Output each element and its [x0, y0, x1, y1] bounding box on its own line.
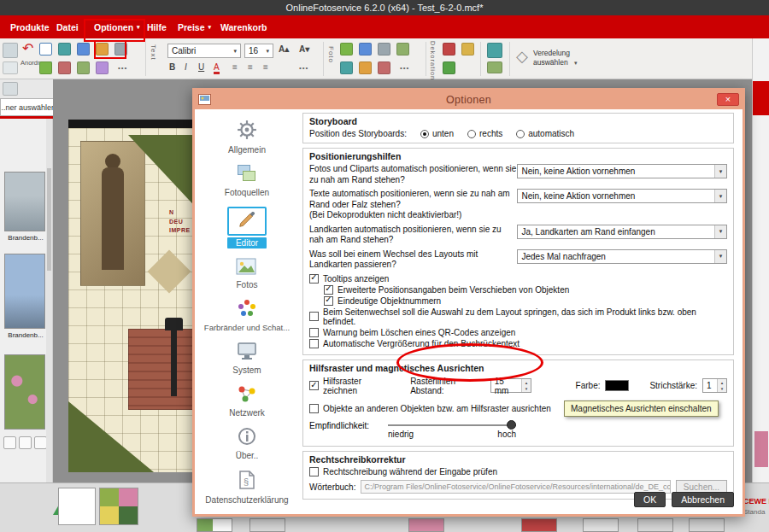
map-icon[interactable] [487, 61, 502, 73]
photo-border-icon[interactable] [378, 61, 390, 74]
distribute-icon[interactable] [77, 43, 90, 56]
texte-positionieren-select[interactable]: Nein, keine Aktion vornehmen▾ [517, 189, 727, 203]
font-decrease-icon[interactable]: A▾ [299, 44, 309, 54]
storyboard-page-thumbnail[interactable] [521, 518, 557, 532]
font-increase-icon[interactable]: A▴ [279, 44, 289, 54]
photo-rotate-icon[interactable] [359, 61, 372, 74]
panel-tool-icon[interactable] [34, 436, 47, 449]
strichstaerke-spinner[interactable]: 1 ▴▾ [702, 378, 727, 393]
sidebar-item-fotoquellen[interactable]: Fotoquellen [225, 164, 269, 197]
crop-icon[interactable] [340, 61, 353, 74]
layout-grid-icon[interactable] [39, 43, 52, 56]
sidebar-item-farbraender[interactable]: Farbränder und Schat... [204, 299, 290, 332]
designer-select-button[interactable]: ...ner auswählen [0, 98, 55, 116]
sidebar-item-fotos[interactable]: Fotos [236, 258, 257, 289]
storyboard-page-thumbnail[interactable] [197, 518, 232, 532]
more-text-options-icon[interactable]: ••• [299, 64, 308, 72]
sidebar-item-datenschutz[interactable]: § Datenschutzerklärung [205, 470, 288, 505]
bold-icon[interactable]: B [169, 62, 175, 72]
checkbox-tooltips[interactable]: ✓Tooltips anzeigen [309, 274, 727, 284]
rotate-icon[interactable] [96, 43, 109, 56]
font-family-select[interactable]: Calibri▾ [167, 44, 241, 58]
menu-optionen[interactable]: Optionen▾ [94, 15, 140, 38]
page-title-text[interactable]: N DEU IMPRE [169, 208, 191, 236]
copy-icon[interactable] [3, 61, 18, 74]
checkbox-objektnummern[interactable]: ✓Eindeutige Objektnummern [324, 296, 727, 306]
dialog-titlebar[interactable]: Optionen × [195, 91, 743, 109]
checkbox-hilfsraster[interactable]: ✓Hilfsraster zeichnen [309, 377, 391, 395]
storyboard-page-thumbnail[interactable] [99, 488, 138, 525]
align-right-icon[interactable]: ≡ [263, 62, 268, 72]
checkbox-seitenwechsel[interactable]: Beim Seitenwechsel soll die Auswahl zu d… [309, 307, 727, 326]
radio-automatisch[interactable]: automatisch [516, 129, 574, 138]
pages-panel-icon[interactable] [3, 82, 18, 96]
font-size-select[interactable]: 16▾ [244, 44, 273, 58]
checkbox-rechtschreibung[interactable]: Rechtschreibung während der Eingabe prüf… [309, 467, 727, 476]
menu-preise[interactable]: Preise▾ [178, 15, 211, 38]
slider-handle[interactable] [507, 420, 516, 430]
mirror-icon[interactable] [96, 61, 109, 74]
close-icon[interactable]: × [717, 93, 739, 106]
radio-unten[interactable]: unten [420, 129, 454, 138]
sensitivity-slider[interactable]: niedrig hoch [388, 418, 516, 441]
panel-tool-icon[interactable] [3, 436, 16, 449]
font-color-icon[interactable]: A [214, 62, 220, 74]
calendar-icon[interactable] [487, 43, 502, 58]
scrollbar[interactable] [46, 119, 52, 482]
photo-fill-icon[interactable] [396, 43, 409, 56]
photo-thumbnail[interactable] [4, 354, 45, 430]
align-objects-icon[interactable] [58, 43, 71, 56]
sidebar-item-system[interactable]: System [232, 342, 261, 375]
storyboard-page-thumbnail[interactable] [408, 518, 444, 532]
photo-effects-icon[interactable] [378, 43, 390, 56]
sidebar-item-ueber[interactable]: Über.. [236, 427, 259, 460]
raster-abstand-spinner[interactable]: 15 mm ▴▾ [490, 378, 531, 393]
sidebar-item-editor[interactable]: Editor [227, 207, 267, 248]
checkbox-qr-warnung[interactable]: Warnung beim Löschen eines QR-Codes anze… [309, 328, 727, 337]
photo-thumbnail[interactable] [4, 254, 45, 329]
layout-wechsel-select[interactable]: Jedes Mal nachfragen▾ [517, 249, 727, 264]
clipart-icon[interactable] [443, 43, 455, 56]
panel-tool-icon[interactable] [19, 436, 32, 449]
sidebar-item-allgemein[interactable]: Allgemein [228, 120, 266, 155]
photo-thumbnail[interactable] [4, 172, 45, 231]
veredelung-button-line2[interactable]: auswählen [533, 58, 568, 67]
background-icon[interactable] [443, 61, 455, 74]
align-center-icon[interactable]: ≡ [248, 62, 253, 72]
underline-icon[interactable]: U [198, 62, 204, 72]
storyboard-page-thumbnail[interactable] [637, 518, 673, 532]
layers-icon[interactable] [114, 43, 127, 56]
sticker-icon[interactable] [461, 43, 474, 56]
lantern-photo[interactable] [171, 326, 177, 396]
dictionary-path-field[interactable]: C:/Program Files/OnlineFotoservice/Onlin… [361, 480, 671, 494]
group-objects-icon[interactable] [39, 61, 52, 74]
photo-frame-icon[interactable] [359, 43, 372, 56]
storyboard-page-thumbnail[interactable] [249, 518, 285, 532]
statue-photo[interactable] [80, 141, 145, 286]
menu-datei[interactable]: Datei [56, 15, 79, 38]
align-left-icon[interactable]: ≡ [232, 62, 238, 72]
menu-warenkorb[interactable]: Warenkorb [220, 15, 267, 38]
menu-produkte[interactable]: Produkte [10, 15, 50, 38]
menu-hilfe[interactable]: Hilfe [147, 15, 167, 38]
diamond-decoration[interactable] [148, 250, 191, 294]
fotos-positionieren-select[interactable]: Nein, keine Aktion vornehmen▾ [517, 164, 727, 178]
landkarten-positionieren-select[interactable]: Ja, Landkarten am Rand einfangen▾ [517, 225, 727, 239]
storyboard-page-thumbnail[interactable] [689, 518, 725, 532]
storyboard-page-thumbnail[interactable] [58, 488, 96, 525]
checkbox-positionsangaben[interactable]: ✓Erweiterte Positionsangaben beim Versch… [324, 285, 727, 295]
ungroup-objects-icon[interactable] [58, 61, 71, 74]
radio-rechts[interactable]: rechts [467, 129, 502, 138]
chevron-down-icon[interactable]: ▾ [574, 60, 578, 67]
italic-icon[interactable]: I [185, 62, 187, 72]
abbrechen-button[interactable]: Abbrechen [672, 492, 734, 507]
storyboard-page-thumbnail[interactable] [583, 518, 619, 532]
veredelung-button-line1[interactable]: Veredelung [533, 49, 570, 57]
more-photo-options-icon[interactable]: ••• [400, 64, 409, 72]
sidebar-item-netzwerk[interactable]: Netzwerk [229, 384, 265, 418]
green-triangle-decoration[interactable] [68, 401, 154, 472]
ok-button[interactable]: OK [634, 492, 666, 507]
brick-wall-photo[interactable] [128, 329, 202, 410]
undo-icon[interactable]: ↶ [22, 40, 33, 56]
checkbox-buchruecken[interactable]: Automatische Vergrößerung für den Buchrü… [309, 339, 727, 348]
